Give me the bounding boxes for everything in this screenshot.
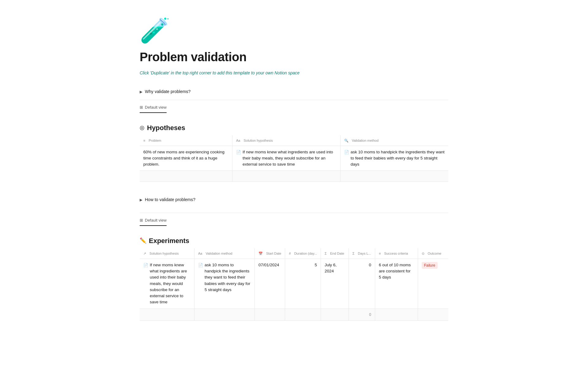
exp-end-symbol: Σ [325,251,327,256]
hypotheses-cell-solution: 📄 If new moms knew what ingredients are … [232,146,340,171]
doc-icon-2: 📄 [344,149,349,155]
exp-cell-validation: 📄 ask 10 moms to handpick the ingredient… [194,259,254,309]
solution-doc-cell: 📄 If new moms knew what ingredients are … [236,149,337,168]
toggle-how-validate[interactable]: ▶ How to validate problems? [140,194,448,205]
exp-col-outcome: ⊙ Outcome [418,248,448,259]
validation-icon-symbol: 🔍 [344,138,349,143]
solution-icon-symbol: Aa [236,138,240,143]
hypotheses-col-validation: 🔍 Validation method [340,135,448,146]
hypotheses-header: ◎ Hypotheses [140,118,448,135]
exp-sol-icon: ↗ Solution hypothesis [143,251,179,256]
experiments-table: ↗ Solution hypothesis Aa Validation meth… [140,248,448,321]
experiments-section: ✏️ Experiments ↗ Solution hypothesis Aa [140,231,448,321]
exp-empty-days: 0 [349,309,375,320]
hypotheses-icon: ◎ [140,124,145,132]
exp-start-symbol: 📅 [258,251,263,256]
exp-cell-end: July 6, 2024 [321,259,349,309]
hypotheses-table: ≡ Problem Aa Solution hypothesis 🔍 [140,135,448,182]
experiments-view-label[interactable]: ⊞ Default view [140,215,167,226]
exp-dur-symbol: # [289,251,291,256]
hypotheses-empty-1 [140,171,232,182]
exp-val-doc: 📄 ask 10 moms to handpick the ingredient… [198,262,251,293]
experiments-icon: ✏️ [140,237,146,245]
exp-val-icon: Aa Validation method [198,251,232,256]
doc-icon-4: 📄 [198,262,203,268]
hypotheses-col-solution: Aa Solution hypothesis [232,135,340,146]
exp-col-start: 📅 Start Date [254,248,285,259]
exp-cell-solution: 📄 If new moms knew what ingredients are … [140,259,194,309]
exp-empty-7 [418,309,448,320]
exp-days-symbol: Σ [352,251,355,256]
outcome-badge: Failure [422,262,438,269]
exp-cell-duration: 5 [285,259,321,309]
exp-days-icon: Σ Days L... [352,251,371,256]
hypotheses-empty-row [140,171,448,182]
experiments-view-label-text: Default view [145,217,167,223]
toggle-arrow-icon-2: ▶ [140,197,142,203]
hypotheses-col-problem: ≡ Problem [140,135,232,146]
exp-end-icon: Σ End Date [325,251,344,256]
exp-col-end: Σ End Date [321,248,349,259]
toggle-why-validate-label: Why validate problems? [145,88,190,95]
page-icon: 🧪 [140,18,448,43]
exp-empty-3 [254,309,285,320]
exp-empty-6 [375,309,418,320]
exp-dur-icon: # Duration (day... [289,251,317,256]
exp-empty-2 [194,309,254,320]
exp-cell-outcome: Failure [418,259,448,309]
hypotheses-title: Hypotheses [147,123,185,133]
divider-1 [140,100,448,100]
exp-start-icon: 📅 Start Date [258,251,281,256]
experiments-header: ✏️ Experiments [140,231,448,248]
exp-col-days-left: Σ Days L... [349,248,375,259]
toggle-why-validate[interactable]: ▶ Why validate problems? [140,86,448,97]
page-subtitle: Click 'Duplicate' in the top right corne… [140,70,448,76]
exp-col-solution: ↗ Solution hypothesis [140,248,194,259]
experiments-row-1[interactable]: 📄 If new moms knew what ingredients are … [140,259,448,309]
exp-success-icon: ≡ Success criteria [379,251,408,256]
exp-col-duration: # Duration (day... [285,248,321,259]
exp-cell-days: 0 [349,259,375,309]
hypotheses-view-label[interactable]: ⊞ Default view [140,103,167,113]
exp-sol-symbol: ↗ [143,251,146,256]
hypotheses-section: ◎ Hypotheses ≡ Problem Aa Solution hy [140,118,448,182]
exp-sol-doc: 📄 If new moms knew what ingredients are … [143,262,190,305]
doc-icon: 📄 [236,149,241,155]
hypotheses-empty-3 [340,171,448,182]
doc-icon-3: 📄 [143,262,148,268]
exp-success-symbol: ≡ [379,251,381,256]
exp-col-validation: Aa Validation method [194,248,254,259]
exp-outcome-icon: ⊙ Outcome [422,251,442,256]
exp-empty-5 [321,309,349,320]
divider-2 [140,213,448,213]
exp-col-success: ≡ Success criteria [375,248,418,259]
hypotheses-view-label-text: Default view [145,104,167,110]
problem-icon-symbol: ≡ [143,138,145,143]
hypotheses-cell-validation: 📄 ask 10 moms to handpick the ingredient… [340,146,448,171]
hypotheses-empty-2 [232,171,340,182]
exp-empty-1 [140,309,194,320]
exp-cell-start: 07/01/2024 [254,259,285,309]
exp-cell-success: 6 out of 10 moms are consistent for 5 da… [375,259,418,309]
table-icon-2: ⊞ [140,217,143,223]
toggle-how-validate-label: How to validate problems? [145,197,195,203]
validation-col-icon: 🔍 Validation method [344,138,379,143]
validation-doc-cell: 📄 ask 10 moms to handpick the ingredient… [344,149,445,168]
page-title: Problem validation [140,48,448,66]
toggle-arrow-icon: ▶ [140,89,142,95]
exp-outcome-symbol: ⊙ [422,251,424,256]
experiments-title: Experiments [149,236,189,246]
hypotheses-row-1[interactable]: 60% of new moms are experiencing cooking… [140,146,448,171]
page-container: 🧪 Problem validation Click 'Duplicate' i… [110,0,478,362]
hypotheses-cell-problem: 60% of new moms are experiencing cooking… [140,146,232,171]
solution-col-icon: Aa Solution hypothesis [236,138,273,143]
exp-val-symbol: Aa [198,251,202,256]
table-icon: ⊞ [140,104,143,110]
experiments-empty-row: 0 [140,309,448,320]
exp-empty-4 [285,309,321,320]
problem-col-icon: ≡ Problem [143,138,161,143]
